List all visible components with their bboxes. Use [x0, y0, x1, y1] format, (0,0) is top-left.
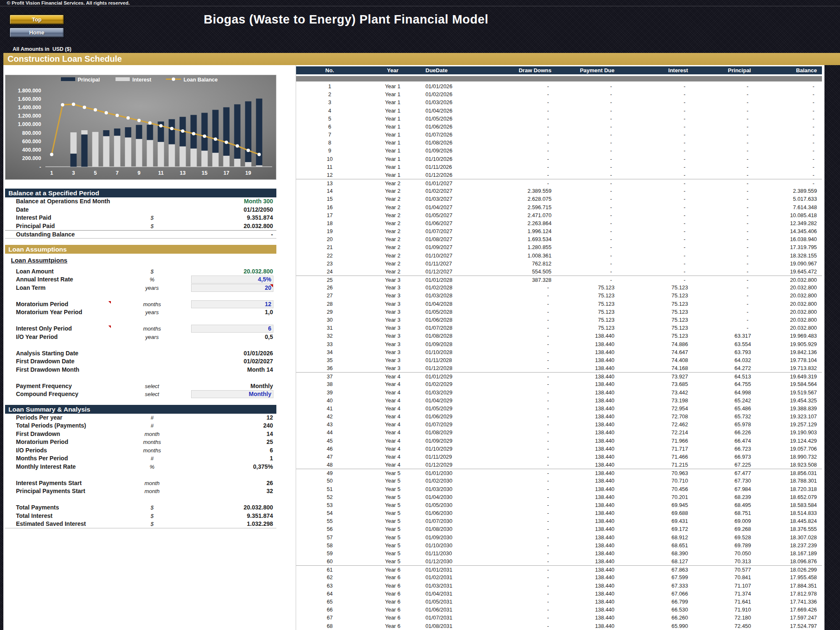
table-cell: 19: [296, 227, 363, 235]
table-cell: -: [693, 227, 756, 235]
table-cell: 75.123: [620, 308, 693, 316]
table-cell: Year 2: [363, 252, 422, 260]
table-cell: 18.096.876: [756, 557, 822, 565]
input-cell[interactable]: [191, 300, 273, 308]
field-value[interactable]: 20: [265, 284, 271, 292]
table-cell: 387.328: [483, 276, 556, 284]
table-cell: 8: [296, 139, 363, 147]
table-cell: 75.123: [556, 291, 620, 299]
table-cell: 67.066: [620, 590, 693, 598]
table-cell: 01/10/2028: [422, 348, 483, 356]
table-cell: 01/09/2029: [422, 437, 483, 445]
table-cell: -: [483, 291, 556, 299]
table-cell: 68.495: [693, 501, 756, 509]
table-cell: 19.969.483: [756, 332, 822, 340]
top-button[interactable]: Top: [10, 15, 64, 24]
table-cell: -: [556, 243, 620, 251]
field-label: Periods Per year: [16, 414, 63, 422]
table-cell: 138.440: [556, 364, 620, 372]
table-cell: Year 2: [363, 227, 422, 235]
table-cell: -: [620, 147, 693, 155]
field-value[interactable]: 12: [265, 300, 271, 309]
table-cell: 01/08/2029: [422, 428, 483, 436]
field-value: 01/02/2027: [244, 357, 273, 366]
field-label: First Drawdown Month: [16, 366, 79, 374]
table-cell: 01/11/2030: [422, 549, 483, 557]
table-cell: 01/08/2027: [422, 235, 483, 243]
page-title: Biogas (Waste to Energy) Plant Financial…: [204, 13, 488, 26]
table-cell: 138.440: [556, 557, 620, 565]
home-button[interactable]: Home: [10, 28, 64, 37]
table-cell: 138.440: [556, 525, 620, 533]
table-cell: 71.374: [693, 590, 756, 598]
input-cell[interactable]: [191, 284, 273, 292]
table-cell: 73.442: [620, 388, 693, 396]
table-cell: 2.471.070: [483, 211, 556, 219]
unit-label: #: [127, 422, 177, 430]
table-cell: 01/07/2027: [422, 227, 483, 235]
field-value: 20.032.800: [244, 268, 273, 276]
table-cell: -: [556, 123, 620, 131]
table-cell: 49: [296, 469, 363, 477]
table-cell: 18.583.584: [756, 501, 822, 509]
unit-label: years: [127, 333, 177, 341]
table-cell: 64.513: [693, 373, 756, 381]
field-label: Loan Amount: [16, 268, 54, 276]
table-cell: 68.239: [693, 493, 756, 501]
table-cell: Year 2: [363, 219, 422, 227]
spacer-row: [5, 292, 276, 300]
table-cell: 19.190.903: [756, 428, 822, 436]
table-cell: 5: [296, 115, 363, 123]
table-cell: 7: [296, 131, 363, 139]
table-cell: 23: [296, 260, 363, 268]
table-cell: 64.755: [693, 380, 756, 388]
table-cell: -: [693, 82, 756, 90]
table-row: 4Year 101/04/2026-----: [296, 107, 822, 115]
field-value[interactable]: 4,5%: [258, 276, 271, 284]
table-row: 7Year 101/07/2026-----: [296, 131, 822, 139]
table-cell: 33: [296, 340, 363, 348]
table-cell: 66.260: [620, 614, 693, 622]
field-value[interactable]: Monthly: [249, 390, 271, 399]
field-row: Periods Per year#12: [5, 414, 276, 422]
field-label: Compound Frequency: [16, 390, 79, 399]
table-cell: -: [693, 276, 756, 284]
table-cell: 70.456: [620, 485, 693, 493]
input-cell[interactable]: [191, 325, 273, 333]
table-row: 6Year 101/06/2026-----: [296, 123, 822, 131]
table-cell: 25: [296, 276, 363, 284]
table-cell: -: [483, 115, 556, 123]
unit-label: #: [127, 414, 177, 422]
table-cell: 1.996.124: [483, 227, 556, 235]
loan-assumptions-link[interactable]: Loan Assumtpions: [11, 256, 67, 265]
table-cell: 18.445.824: [756, 517, 822, 525]
table-cell: Year 1: [363, 131, 422, 139]
table-row: 9Year 101/09/2026-----: [296, 147, 822, 155]
table-cell: 01/02/2029: [422, 380, 483, 388]
table-cell: 68.390: [620, 549, 693, 557]
table-cell: 19.842.136: [756, 348, 822, 356]
table-cell: 554.505: [483, 268, 556, 276]
field-value[interactable]: 6: [268, 325, 271, 333]
table-cell: 19.090.967: [756, 260, 822, 268]
table-cell: 58: [296, 541, 363, 549]
table-cell: Year 3: [363, 348, 422, 356]
table-cell: 28: [296, 300, 363, 308]
field-label: Loan Term: [16, 284, 46, 292]
table-cell: 01/04/2029: [422, 396, 483, 404]
field-label: Balance at Operations End Month: [16, 197, 110, 206]
table-cell: -: [483, 107, 556, 115]
table-cell: 138.440: [556, 582, 620, 590]
field-label: I/O Year Period: [16, 333, 58, 341]
table-cell: 59: [296, 549, 363, 557]
table-row: 48Year 401/12/2029-138.44071.21567.22518…: [296, 461, 822, 469]
table-cell: -: [620, 139, 693, 147]
spacer-row: [5, 317, 276, 325]
table-cell: 43: [296, 420, 363, 428]
loan-chart: PrincipalInterestLoan Balance1.800.0001.…: [5, 75, 276, 180]
table-cell: -: [620, 171, 693, 179]
table-cell: 65.242: [693, 396, 756, 404]
table-cell: -: [620, 115, 693, 123]
table-cell: 68.651: [620, 541, 693, 549]
table-cell: -: [556, 211, 620, 219]
